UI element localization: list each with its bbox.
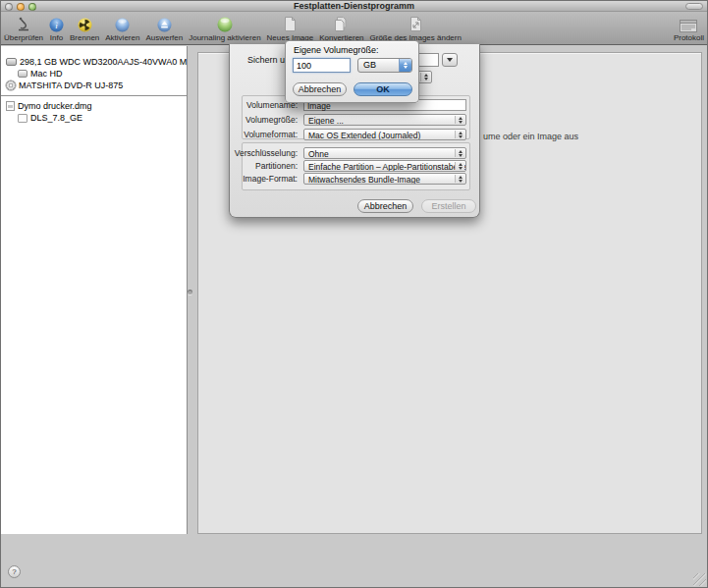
partitionen-popup[interactable]: Einfache Partition – Apple-Partitionstab…	[303, 160, 466, 172]
toolbar-item-auswerfen[interactable]: Auswerfen	[145, 16, 183, 42]
toolbar-item-gr-e-des-images-ndern[interactable]: Größe des Images ändern	[370, 16, 462, 42]
info-icon: i	[49, 16, 64, 32]
sidebar-item-dls-7-8-ge[interactable]: DLS_7.8_GE	[1, 112, 187, 124]
splitter-handle[interactable]	[188, 290, 192, 294]
mount-icon	[115, 16, 130, 32]
help-button[interactable]: ?	[8, 565, 21, 578]
field-label: Verschlüsselung:	[227, 147, 298, 159]
popup-stepper-icon	[455, 116, 464, 124]
toolbar-item-label: Überprüfen	[4, 33, 43, 42]
sidebar-item-label: 298,1 GB WDC WD3200AAJS-40VWA0 Media	[20, 57, 188, 67]
toolbar-item-label: Auswerfen	[145, 33, 183, 42]
window-title: Festplatten-Dienstprogramm	[60, 1, 648, 12]
minimize-window-button[interactable]	[17, 3, 25, 11]
sheet-cancel-button[interactable]: Abbrechen	[357, 199, 413, 213]
popup-value: Mac OS Extended (Journaled)	[308, 131, 420, 140]
sidebar-separator	[1, 95, 187, 96]
toolbar-item-label: Protokoll	[674, 33, 704, 42]
verschl-sselung-popup[interactable]: Ohne	[303, 147, 466, 159]
resize-grip[interactable]	[693, 573, 706, 586]
volume-outline-icon	[18, 114, 27, 123]
toolbar-item-label: Journaling aktivieren	[189, 33, 260, 42]
titlebar: Festplatten-Dienstprogramm	[1, 1, 707, 12]
sidebar-item-label: Dymo drucker.dmg	[18, 101, 92, 111]
popup-stepper-icon	[420, 73, 430, 81]
device-sidebar: 298,1 GB WDC WD3200AAJS-40VWA0 MediaMac …	[1, 46, 188, 534]
sidebar-item-label: Mac HD	[30, 69, 63, 79]
sidebar-item-mac-hd[interactable]: Mac HD	[1, 68, 187, 80]
sidebar-item-label: MATSHITA DVD-R UJ-875	[19, 80, 123, 90]
sidebar-item-dymo-drucker-dmg[interactable]: Dymo drucker.dmg	[1, 100, 187, 112]
sidebar-item-label: DLS_7.8_GE	[30, 113, 82, 123]
field-label: Volumeformat:	[227, 129, 298, 140]
popup-stepper-icon	[399, 59, 411, 72]
sheet-field-row-volumegr-e: Volumegröße:Eigene ...	[243, 114, 469, 126]
popup-stepper-icon	[455, 131, 464, 138]
eject-icon	[157, 16, 172, 32]
sheet-field-row-volumeformat: Volumeformat:Mac OS Extended (Journaled)	[243, 129, 469, 140]
popup-value: Ohne	[308, 149, 329, 159]
toolbar-item-label: Info	[50, 33, 63, 42]
size-unit-value: GB	[363, 60, 376, 70]
convert-icon	[333, 16, 350, 32]
field-label: Volumegröße:	[227, 114, 298, 126]
new-image-icon	[283, 16, 298, 32]
volumeformat-popup[interactable]: Mac OS Extended (Journaled)	[303, 129, 466, 140]
toolbar-item-neues-image[interactable]: Neues Image	[267, 16, 314, 42]
popup-value: Eigene ...	[308, 116, 344, 126]
sheet-field-row-image-format: Image-Format:Mitwachsendes Bundle-Image	[243, 173, 469, 185]
size-dialog-cancel-button[interactable]: Abbrechen	[293, 82, 347, 96]
resize-image-icon	[408, 16, 423, 32]
popup-value: Einfache Partition – Apple-Partitionstab…	[308, 162, 466, 172]
size-dialog-ok-button[interactable]: OK	[354, 82, 412, 96]
chevron-down-icon	[447, 58, 453, 62]
sidebar-item-matshita-dvd-r-uj-875[interactable]: MATSHITA DVD-R UJ-875	[1, 80, 187, 91]
sidebar-item-298-1-gb-wdc-wd3200aajs-40vwa0-media[interactable]: 298,1 GB WDC WD3200AAJS-40VWA0 Media	[1, 56, 187, 68]
popup-stepper-icon	[455, 149, 464, 157]
popup-stepper-icon	[455, 162, 464, 170]
popup-value: Mitwachsendes Bundle-Image	[308, 175, 420, 185]
disk-utility-window: Festplatten-Dienstprogramm ÜberprüfeniIn…	[0, 0, 708, 588]
burn-icon	[78, 16, 92, 32]
image-settings-group: Verschlüsselung:OhnePartitionen:Einfache…	[242, 142, 470, 190]
size-unit-popup[interactable]: GB	[357, 58, 412, 73]
disk-icon	[6, 58, 17, 66]
disclosure-button[interactable]	[442, 53, 458, 67]
toolbar-item-journaling-aktivieren[interactable]: Journaling aktivieren	[189, 16, 260, 42]
toolbar-item-label: Aktivieren	[105, 33, 139, 42]
custom-volume-size-title: Eigene Volumegröße:	[294, 45, 379, 55]
volume-size-input[interactable]	[293, 58, 351, 73]
toolbar-item-berpr-fen[interactable]: Überprüfen	[4, 16, 43, 42]
volumegr-e-popup[interactable]: Eigene ...	[303, 114, 466, 126]
sheet-field-row-verschl-sselung: Verschlüsselung:Ohne	[243, 147, 469, 159]
toolbar-item-brennen[interactable]: Brennen	[70, 16, 99, 42]
popup-stepper-icon	[455, 175, 464, 183]
image-format-popup[interactable]: Mitwachsendes Bundle-Image	[303, 173, 466, 185]
custom-volume-size-dialog: Eigene Volumegröße: GB Abbrechen OK	[285, 40, 419, 103]
field-label: Image-Format:	[227, 173, 298, 185]
journaling-icon	[217, 16, 233, 32]
volume-icon	[18, 70, 27, 78]
field-label: Partitionen:	[227, 160, 298, 172]
toolbar-item-protokoll[interactable]: Protokoll	[674, 16, 704, 42]
verify-icon	[16, 16, 31, 32]
toolbar-item-aktivieren[interactable]: Aktivieren	[105, 16, 139, 42]
sheet-field-row-partitionen: Partitionen:Einfache Partition – Apple-P…	[243, 160, 469, 172]
toolbar-toggle-button[interactable]	[685, 3, 703, 10]
toolbar-item-info[interactable]: iInfo	[49, 16, 64, 42]
close-window-button[interactable]	[5, 3, 13, 11]
sheet-create-button[interactable]: Erstellen	[421, 199, 476, 213]
disk-image-icon	[6, 101, 15, 111]
zoom-window-button[interactable]	[28, 3, 36, 11]
log-icon	[680, 16, 697, 32]
optical-disc-icon	[6, 80, 16, 90]
toolbar-item-label: Brennen	[70, 33, 99, 42]
toolbar-item-konvertieren[interactable]: Konvertieren	[319, 16, 363, 42]
select-volume-hint-text: ume oder ein Image aus	[483, 132, 578, 141]
